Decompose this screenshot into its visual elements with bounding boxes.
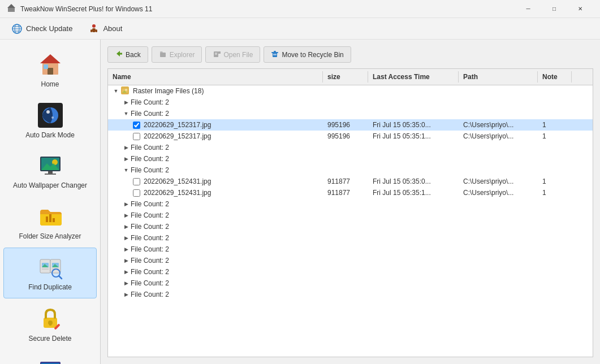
sidebar-item-find-duplicate[interactable]: Find Duplicate (3, 248, 97, 298)
group-path (461, 283, 540, 284)
svg-rect-23 (48, 171, 53, 174)
back-button[interactable]: Back (107, 46, 148, 63)
table-row[interactable]: ▶ File Count: 2 (108, 244, 593, 255)
file-size: 995196 (325, 132, 370, 141)
group-path (461, 147, 540, 148)
file-name: 20220629_152317.jpg (144, 121, 211, 129)
group-note (540, 271, 574, 272)
group-size (325, 158, 370, 159)
minimize-button[interactable]: ─ (515, 0, 541, 18)
svg-rect-50 (119, 53, 122, 55)
table-row[interactable]: ▶ File Count: 2 (108, 153, 593, 164)
file-checkbox[interactable] (133, 178, 140, 185)
svg-rect-27 (53, 218, 55, 222)
about-menu-item[interactable]: About (81, 20, 129, 37)
check-update-icon (11, 23, 23, 34)
table-row[interactable]: ▶ File Count: 2 (108, 255, 593, 266)
file-checkbox[interactable] (133, 122, 140, 129)
expand-icon: ▶ (123, 268, 130, 275)
group-access (370, 215, 461, 216)
sidebar-item-screen[interactable] (3, 350, 97, 364)
col-name: Name (108, 71, 323, 83)
file-checkbox[interactable] (133, 189, 140, 197)
svg-rect-26 (49, 214, 51, 222)
group-note (540, 260, 574, 261)
table-row[interactable]: ▼ File Count: 2 (108, 164, 593, 176)
table-row[interactable]: ▶ File Count: 2 (108, 97, 593, 108)
table-row[interactable]: 20220629_152317.jpg 995196 Fri Jul 15 05… (108, 131, 593, 142)
group-access (370, 102, 461, 103)
table-row[interactable]: ▶ File Count: 2 (108, 210, 593, 221)
file-name: 20220629_152431.jpg (144, 177, 211, 185)
file-checkbox[interactable] (133, 133, 140, 140)
wallpaper-icon (37, 152, 64, 179)
maximize-button[interactable]: □ (541, 0, 567, 18)
group-size (325, 102, 370, 103)
group-label: File Count: 2 (131, 257, 169, 265)
table-row[interactable]: ▶ File Count: 2 (108, 232, 593, 244)
open-file-icon (213, 50, 221, 59)
back-icon (115, 50, 123, 59)
table-row[interactable]: 20220629_152317.jpg 995196 Fri Jul 15 05… (108, 119, 593, 131)
svg-rect-54 (218, 51, 221, 54)
group-access (370, 249, 461, 250)
secure-delete-label: Secure Delete (28, 335, 71, 344)
group-path (461, 294, 540, 295)
open-file-button[interactable]: Open File (205, 46, 260, 63)
check-update-menu-item[interactable]: Check Update (5, 20, 79, 37)
group-size (325, 226, 370, 227)
group-size (325, 170, 370, 171)
sidebar-item-auto-dark[interactable]: Auto Dark Mode (3, 96, 97, 146)
group-label: File Count: 2 (131, 110, 169, 118)
home-label: Home (41, 80, 59, 89)
group-path (461, 203, 540, 205)
svg-rect-25 (46, 216, 48, 222)
table-row[interactable]: ▶ File Count: 2 (108, 289, 593, 300)
sidebar-item-home[interactable]: Home (3, 45, 97, 95)
sidebar: Home Auto Dark Mode (0, 40, 101, 364)
table-row[interactable]: ▶ File Count: 2 (108, 221, 593, 232)
auto-dark-icon (37, 102, 64, 129)
file-list-body: ▼ Raster Image Files (18) ▶ File Count: … (108, 85, 593, 357)
table-row[interactable]: 20220629_152431.jpg 911877 Fri Jul 15 05… (108, 176, 593, 187)
group-note (540, 283, 574, 284)
table-row[interactable]: 20220629_152431.jpg 911877 Fri Jul 15 05… (108, 187, 593, 198)
table-row[interactable]: ▶ File Count: 2 (108, 142, 593, 153)
auto-dark-label: Auto Dark Mode (25, 131, 75, 140)
group-access (370, 158, 461, 159)
svg-rect-10 (96, 29, 97, 32)
group-path (461, 260, 540, 261)
expand-icon: ▶ (123, 246, 130, 253)
explorer-button[interactable]: Explorer (152, 46, 202, 63)
toolbar: Back Explorer (107, 46, 593, 63)
secure-delete-icon (37, 305, 64, 332)
table-row[interactable]: ▼ File Count: 2 (108, 108, 593, 119)
file-path: C:\Users\priyo\... (461, 132, 540, 141)
svg-rect-24 (45, 174, 56, 175)
file-note: 1 (540, 120, 574, 129)
sidebar-item-secure-delete[interactable]: Secure Delete (3, 300, 97, 349)
group-note (540, 203, 574, 205)
table-row[interactable]: ▶ File Count: 2 (108, 266, 593, 278)
sidebar-item-folder-size[interactable]: Folder Size Analyzer (3, 197, 97, 247)
svg-rect-40 (49, 323, 51, 326)
file-last-access: Fri Jul 15 05:35:1... (370, 188, 461, 197)
file-size: 995196 (325, 120, 370, 129)
open-file-label: Open File (223, 51, 253, 59)
back-label: Back (126, 51, 141, 59)
move-to-recycle-button[interactable]: Move to Recycle Bin (264, 46, 351, 63)
close-button[interactable]: ✕ (567, 0, 593, 18)
group-access (370, 113, 461, 114)
svg-rect-14 (44, 64, 48, 69)
sidebar-item-auto-wallpaper[interactable]: Auto Wallpaper Changer (3, 146, 97, 196)
group-size (325, 271, 370, 272)
expand-icon: ▼ (123, 110, 130, 117)
table-row[interactable]: ▼ Raster Image Files (18) (108, 85, 593, 97)
file-last-access: Fri Jul 15 05:35:0... (370, 177, 461, 186)
expand-icon: ▶ (123, 155, 130, 162)
expand-icon: ▶ (123, 99, 130, 106)
table-row[interactable]: ▶ File Count: 2 (108, 278, 593, 289)
group-access (370, 170, 461, 171)
svg-point-7 (92, 24, 96, 28)
table-row[interactable]: ▶ File Count: 2 (108, 198, 593, 210)
